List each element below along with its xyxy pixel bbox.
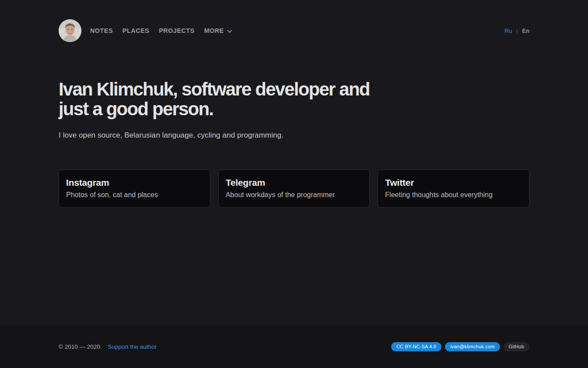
avatar[interactable] xyxy=(59,19,81,42)
lang-option-en: En xyxy=(522,28,529,34)
card-twitter-description: Fleeting thoughts about everything xyxy=(385,191,522,199)
card-instagram-description: Photos of son, cat and places xyxy=(66,191,203,199)
support-author-link[interactable]: Support the author xyxy=(108,343,157,350)
card-telegram-description: About workdays of the programmer xyxy=(226,191,363,199)
page-footer: © 2010 — 2020. Support the author CC BY-… xyxy=(0,325,588,368)
social-cards: Instagram Photos of son, cat and places … xyxy=(59,170,529,208)
top-header: NOTES PLACES PROJECTS MORE Ru | En xyxy=(0,0,588,42)
nav-item-more[interactable]: MORE xyxy=(204,27,232,35)
card-instagram[interactable]: Instagram Photos of son, cat and places xyxy=(59,170,210,208)
nav-item-places[interactable]: PLACES xyxy=(122,27,149,34)
page: NOTES PLACES PROJECTS MORE Ru | En xyxy=(0,0,588,368)
github-badge[interactable]: GitHub xyxy=(504,342,529,351)
main-nav: NOTES PLACES PROJECTS MORE xyxy=(90,27,232,35)
avatar-image xyxy=(59,19,81,42)
page-title: Ivan Klimchuk, software developer and ju… xyxy=(59,80,385,119)
hero-subtitle: I love open source, Belarusian language,… xyxy=(59,131,529,140)
footer-left: © 2010 — 2020. Support the author xyxy=(59,343,157,350)
copyright-text: © 2010 — 2020. xyxy=(59,343,102,350)
footer-badges: CC BY-NC-SA 4.0 ivan@klimchuk.com GitHub xyxy=(391,342,529,351)
chevron-down-icon xyxy=(227,28,232,35)
nav-item-projects[interactable]: PROJECTS xyxy=(159,27,194,34)
main-content: Ivan Klimchuk, software developer and ju… xyxy=(0,42,588,325)
card-twitter-title: Twitter xyxy=(385,177,522,188)
card-telegram[interactable]: Telegram About workdays of the programme… xyxy=(218,170,370,208)
lang-option-ru[interactable]: Ru xyxy=(504,28,512,34)
language-switcher: Ru | En xyxy=(504,28,529,34)
card-twitter[interactable]: Twitter Fleeting thoughts about everythi… xyxy=(378,170,529,208)
card-telegram-title: Telegram xyxy=(226,177,363,188)
nav-item-notes[interactable]: NOTES xyxy=(90,27,113,34)
card-instagram-title: Instagram xyxy=(66,177,203,188)
email-badge[interactable]: ivan@klimchuk.com xyxy=(445,342,500,351)
nav-item-more-label: MORE xyxy=(204,27,224,34)
language-separator: | xyxy=(516,28,518,34)
license-badge[interactable]: CC BY-NC-SA 4.0 xyxy=(391,342,441,351)
